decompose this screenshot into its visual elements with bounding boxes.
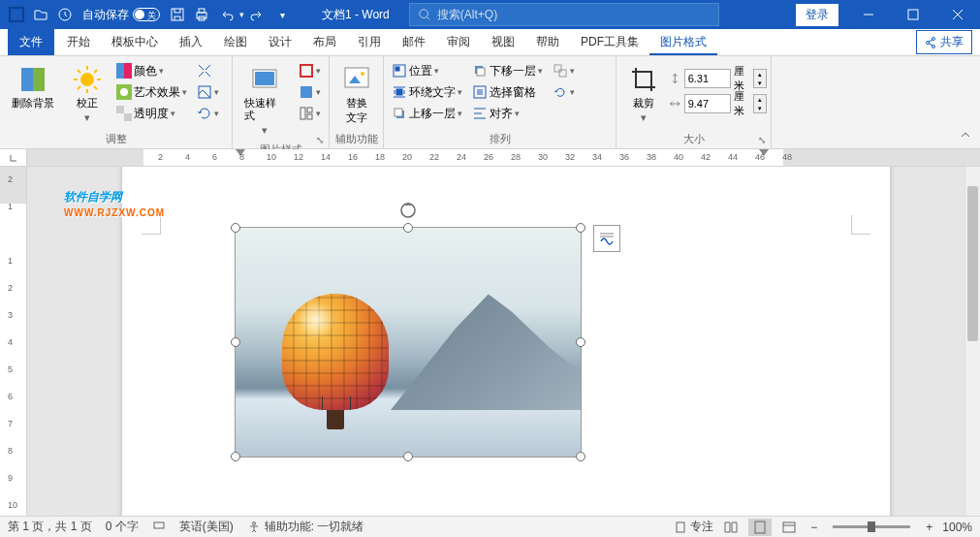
toggle-switch-icon[interactable]: 关: [133, 8, 160, 21]
accessibility-status[interactable]: 辅助功能: 一切就绪: [247, 519, 364, 535]
print-icon[interactable]: [191, 4, 212, 25]
resize-handle-bl[interactable]: [231, 452, 240, 461]
horizontal-ruler[interactable]: 2468101214161820222426283032343638404244…: [27, 149, 980, 166]
page-count[interactable]: 第 1 页，共 1 页: [8, 519, 92, 535]
customize-qat-icon[interactable]: ▾: [271, 4, 293, 25]
share-button[interactable]: 共享: [916, 30, 972, 54]
resize-handle-ml[interactable]: [231, 337, 240, 347]
height-spinner[interactable]: ▴▾: [753, 69, 767, 88]
collapse-ribbon-button[interactable]: [959, 128, 972, 144]
rotate-button[interactable]: ▾: [549, 81, 579, 103]
web-layout-button[interactable]: [777, 519, 801, 536]
insert-mode-icon[interactable]: [152, 519, 166, 535]
share-label: 共享: [940, 34, 964, 50]
autosave-toggle[interactable]: 自动保存 关: [82, 7, 160, 23]
resize-handle-bc[interactable]: [403, 452, 413, 461]
maximize-button[interactable]: [891, 0, 935, 29]
remove-background-button[interactable]: 删除背景: [4, 60, 62, 113]
menu-mailings[interactable]: 邮件: [392, 29, 436, 55]
menu-layout[interactable]: 布局: [302, 29, 347, 55]
undo-dropdown-icon[interactable]: ▾: [239, 10, 244, 19]
vertical-ruler[interactable]: 21123456789101112: [0, 167, 27, 516]
resize-handle-tl[interactable]: [231, 223, 240, 233]
close-button[interactable]: [935, 0, 980, 29]
rotation-handle[interactable]: [398, 201, 418, 220]
word-app-icon[interactable]: [6, 4, 27, 25]
word-count[interactable]: 0 个字: [106, 519, 139, 535]
position-button[interactable]: 位置▾: [388, 60, 466, 81]
undo-icon[interactable]: [215, 4, 237, 25]
zoom-slider[interactable]: [833, 525, 910, 528]
zoom-in-button[interactable]: +: [922, 521, 936, 534]
align-button[interactable]: 对齐▾: [468, 103, 547, 124]
save-icon[interactable]: [167, 4, 188, 25]
history-icon[interactable]: [54, 4, 76, 25]
read-mode-button[interactable]: [719, 519, 743, 536]
menu-templates[interactable]: 模板中心: [101, 29, 169, 55]
menu-file[interactable]: 文件: [8, 29, 54, 55]
open-icon[interactable]: [30, 4, 51, 25]
height-input[interactable]: 厘米 ▴▾: [669, 68, 767, 89]
width-spinner[interactable]: ▴▾: [753, 94, 767, 113]
picture-layout-button[interactable]: ▾: [295, 103, 325, 124]
reset-icon: [197, 106, 212, 121]
layout-options-button[interactable]: [593, 225, 620, 252]
artistic-effects-button[interactable]: 艺术效果▾: [112, 81, 191, 103]
resize-handle-br[interactable]: [576, 452, 585, 461]
menu-view[interactable]: 视图: [481, 29, 525, 55]
compress-icon: [197, 63, 212, 79]
title-bar: 自动保存 关 ▾ ▾ 文档1 - Word 搜索(Alt+Q) 登录: [0, 0, 980, 29]
resize-handle-tc[interactable]: [403, 223, 413, 233]
zoom-level[interactable]: 100%: [942, 521, 972, 534]
wrap-text-button[interactable]: 环绕文字▾: [388, 81, 466, 103]
selected-image[interactable]: [235, 227, 582, 458]
login-button[interactable]: 登录: [796, 4, 838, 26]
menu-pdf[interactable]: PDF工具集: [570, 29, 649, 55]
alt-text-button[interactable]: 替换 文字: [333, 60, 380, 128]
quick-styles-button[interactable]: 快速样式 ▾: [237, 60, 293, 141]
crop-button[interactable]: 裁剪 ▾: [620, 60, 667, 128]
svg-point-12: [933, 45, 935, 47]
width-input[interactable]: 厘米 ▴▾: [669, 93, 767, 114]
focus-icon: [674, 521, 687, 534]
search-box[interactable]: 搜索(Alt+Q): [409, 3, 719, 26]
menu-review[interactable]: 审阅: [436, 29, 481, 55]
minimize-button[interactable]: [846, 0, 891, 29]
menu-references[interactable]: 引用: [347, 29, 392, 55]
page-scroll-area[interactable]: 软件自学网 WWW.RJZXW.COM: [27, 167, 980, 516]
corrections-button[interactable]: 校正 ▾: [64, 60, 111, 128]
picture-effects-button[interactable]: ▾: [295, 81, 325, 103]
menu-home[interactable]: 开始: [56, 29, 101, 55]
compress-button[interactable]: [193, 60, 223, 81]
picture-border-button[interactable]: ▾: [295, 60, 325, 81]
menu-help[interactable]: 帮助: [525, 29, 570, 55]
zoom-out-button[interactable]: −: [806, 521, 821, 534]
transparency-button[interactable]: 透明度▾: [112, 103, 191, 124]
resize-handle-mr[interactable]: [576, 337, 585, 347]
menu-draw[interactable]: 绘图: [213, 29, 258, 55]
svg-point-10: [933, 37, 935, 40]
scrollbar-thumb[interactable]: [967, 186, 978, 341]
bring-forward-button[interactable]: 上移一层▾: [388, 103, 466, 124]
redo-icon[interactable]: [247, 4, 269, 25]
print-layout-button[interactable]: [748, 519, 772, 536]
ribbon-group-adjust: 删除背景 校正 ▾ 颜色▾ 艺术效果▾ 透明度▾ ▾ ▾ 调整: [0, 56, 233, 148]
selection-pane-button[interactable]: 选择窗格: [468, 81, 547, 103]
menu-insert[interactable]: 插入: [169, 29, 213, 55]
vertical-scrollbar[interactable]: [964, 167, 980, 516]
menu-picture-format[interactable]: 图片格式: [649, 29, 717, 55]
resize-handle-tr[interactable]: [576, 223, 585, 233]
transparency-icon: [116, 106, 132, 121]
language-status[interactable]: 英语(美国): [179, 519, 234, 535]
group-button[interactable]: ▾: [549, 60, 579, 81]
styles-dialog-launcher[interactable]: ⤡: [313, 133, 327, 146]
focus-mode-button[interactable]: 专注: [674, 519, 713, 535]
send-backward-button[interactable]: 下移一层▾: [468, 60, 547, 81]
change-picture-button[interactable]: ▾: [193, 81, 223, 103]
reset-picture-button[interactable]: ▾: [193, 103, 223, 124]
size-dialog-launcher[interactable]: ⤡: [755, 133, 769, 146]
quick-access-toolbar: 自动保存 关 ▾ ▾: [0, 4, 293, 25]
menu-design[interactable]: 设计: [258, 29, 302, 55]
color-button[interactable]: 颜色▾: [112, 60, 191, 81]
tab-selector[interactable]: [0, 149, 27, 166]
